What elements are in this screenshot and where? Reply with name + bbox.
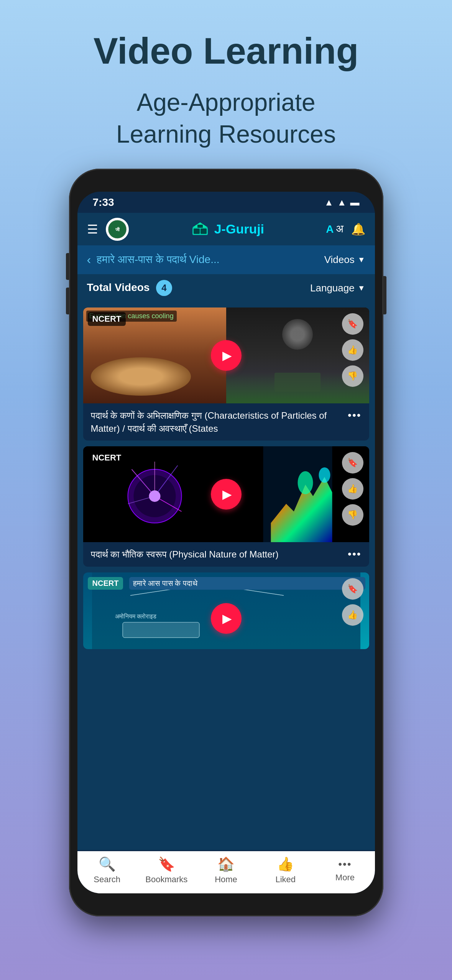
bookmark-btn-1[interactable]: 🔖 [342,313,363,335]
subtitle-line2: Learning Resources [116,120,336,148]
svg-text:जी: जी [115,227,120,232]
side-actions-1: 🔖 👍 👎 [342,313,363,387]
like-btn-1[interactable]: 👍 [342,339,363,361]
nav-item-search[interactable]: 🔍 Search [77,856,137,885]
svg-point-14 [149,490,160,502]
more-nav-icon: ••• [338,858,352,870]
play-button-3[interactable] [211,603,242,634]
bookmarks-nav-label: Bookmarks [145,875,187,885]
svg-point-18 [319,467,330,483]
dislike-btn-2[interactable]: 👎 [342,504,363,526]
card-title-2: पदार्थ का भौतिक स्वरूप (Physical Nature … [91,548,344,561]
thumbnail-2: NCERT 🔖 👍 👎 [83,446,369,542]
nav-item-more[interactable]: ••• More [315,858,375,883]
search-nav-icon: 🔍 [99,856,116,872]
search-nav-label: Search [94,875,120,885]
liked-nav-label: Liked [275,875,296,885]
svg-rect-6 [197,225,203,228]
logo-circle: जी [106,218,129,241]
card-info-1: पदार्थ के कणों के अभिलाक्षणिक गुण (Chara… [83,403,369,441]
ncert-title-overlay: हमारे आस पास के पदाथे [129,577,365,590]
dropdown-arrow-icon: ▼ [358,255,365,264]
video-card-3: वाष्प अमोनियम क्लोराइड NCERT हमारे आस पा… [83,572,369,649]
language-filter[interactable]: Language ▼ [310,282,365,294]
page-main-title: Video Learning [0,31,452,71]
thumbnail-1: Evaporation causes cooling NCERT [83,307,369,403]
notification-bell-icon[interactable]: 🔔 [351,222,365,236]
play-button-2[interactable] [211,479,242,510]
top-nav: ☰ जी J-Guruji [77,213,375,245]
side-actions-2: 🔖 👍 👎 [342,452,363,526]
subtitle-line1: Age-Appropriate [136,89,315,116]
ncert-badge-3: NCERT [88,577,123,590]
svg-point-17 [297,471,313,494]
back-button[interactable]: ‹ [87,253,91,267]
side-actions-3: 🔖 👍 [342,578,363,626]
card-title-1: पदार्थ के कणों के अभिलाक्षणिक गुण (Chara… [91,409,344,435]
home-indicator [197,885,255,888]
like-btn-3[interactable]: 👍 [342,604,363,626]
videos-label: Videos [324,254,355,266]
breadcrumb-text: हमारे आस-पास के पदार्थ Vide... [97,253,319,266]
bookmark-btn-3[interactable]: 🔖 [342,578,363,600]
home-nav-label: Home [215,875,237,885]
breadcrumb-bar: ‹ हमारे आस-पास के पदार्थ Vide... Videos … [77,245,375,274]
thumb-overlay-rect [274,373,321,392]
app-name-section: J-Guruji [136,222,319,237]
app-title: J-Guruji [214,222,264,237]
phone-wrapper: 7:33 ▲ ▲ ▬ ☰ जी [69,169,383,916]
wifi-icon: ▲ [324,197,334,208]
more-options-btn-1[interactable]: ••• [344,409,361,421]
battery-icon: ▬ [350,197,360,208]
phone-screen: 7:33 ▲ ▲ ▬ ☰ जी [77,192,375,893]
video-card-2: NCERT 🔖 👍 👎 पदार्थ का भौतिक स्वरूप (Phys… [83,446,369,567]
filter-bar: Total Videos 4 Language ▼ [77,274,375,302]
volume-up-button [66,253,69,280]
liked-nav-icon: 👍 [277,856,294,872]
like-btn-2[interactable]: 👍 [342,478,363,500]
lang-toggle[interactable]: A अ [326,223,343,235]
card-info-2: पदार्थ का भौतिक स्वरूप (Physical Nature … [83,542,369,567]
nav-item-liked[interactable]: 👍 Liked [256,856,315,885]
bookmarks-nav-icon: 🔖 [158,856,175,872]
app-logo-icon [191,222,210,237]
background: Video Learning Age-Appropriate Learning … [0,0,452,150]
count-badge: 4 [156,280,172,296]
total-videos-section: Total Videos 4 [87,280,172,296]
power-button [383,276,386,314]
lang-english: A [326,223,334,235]
thumb-person [282,319,313,350]
bookmark-btn-2[interactable]: 🔖 [342,452,363,474]
nav-item-bookmarks[interactable]: 🔖 Bookmarks [137,856,196,885]
ncert-badge-1: NCERT [88,312,126,326]
content-type-dropdown[interactable]: Videos ▼ [324,254,365,266]
more-options-btn-2[interactable]: ••• [344,548,361,560]
play-button-1[interactable] [211,340,242,371]
menu-icon[interactable]: ☰ [87,222,98,237]
bg-subtitle: Age-Appropriate Learning Resources [0,87,452,150]
status-icons: ▲ ▲ ▬ [324,197,360,208]
status-bar: 7:33 ▲ ▲ ▬ [77,192,375,213]
bg-subtitle-section: Age-Appropriate Learning Resources [0,87,452,150]
total-videos-label: Total Videos [87,281,150,293]
status-time: 7:33 [93,196,114,209]
content-area: Evaporation causes cooling NCERT [77,302,375,850]
svg-rect-3 [194,229,200,234]
nav-item-home[interactable]: 🏠 Home [196,856,256,885]
dislike-btn-1[interactable]: 👎 [342,365,363,387]
lang-hindi: अ [336,223,344,235]
more-nav-label: More [335,873,355,883]
bg-title-section: Video Learning [0,0,452,71]
volume-down-button [66,288,69,314]
language-label: Language [310,282,355,294]
home-nav-icon: 🏠 [217,856,235,872]
nav-right: A अ 🔔 [326,222,365,236]
phone-outer: 7:33 ▲ ▲ ▬ ☰ जी [69,169,383,916]
ncert-badge-2: NCERT [88,451,126,465]
video-card-1: Evaporation causes cooling NCERT [83,307,369,441]
language-dropdown-arrow: ▼ [358,284,365,293]
svg-rect-4 [201,229,207,234]
thumbnail-3: वाष्प अमोनियम क्लोराइड NCERT हमारे आस पा… [83,572,369,649]
signal-icon: ▲ [337,197,347,208]
